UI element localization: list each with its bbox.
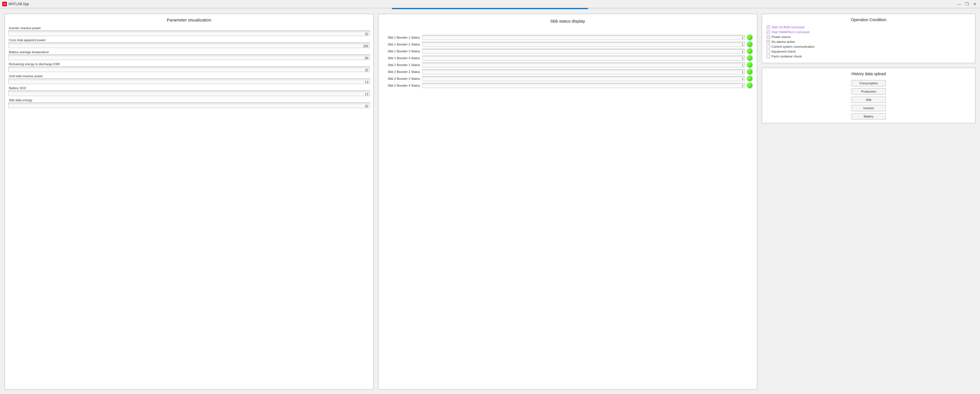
- param-value-5: 13: [9, 92, 370, 96]
- param-value-4: 13: [9, 80, 370, 84]
- sbb-indicator-3: [747, 56, 752, 61]
- param-label-4: Grid total reactive power: [8, 74, 370, 78]
- close-button[interactable]: ✕: [972, 1, 978, 7]
- right-column: Operation Condition Start SCADA command …: [762, 14, 975, 389]
- param-value-2: 89: [9, 56, 370, 60]
- sbb-row-value-6: 1: [423, 77, 745, 81]
- sbb-row-value-4: 1: [423, 64, 745, 67]
- param-group-5: Battery SOC 13: [8, 86, 370, 96]
- sbb-row-field-2: 1: [422, 49, 745, 54]
- history-btn-sbb[interactable]: Sbb: [851, 97, 886, 103]
- param-field-5: 13: [8, 90, 370, 96]
- sbb-row-label-2: Sbb 1 Booster 3 Status: [383, 49, 420, 53]
- sbb-indicator-1: [747, 42, 752, 47]
- sbb-row-label-5: Sbb 2 Booster 2 Status: [383, 70, 420, 73]
- op-item-6: Parts container check: [767, 54, 970, 58]
- param-label-0: Inverter reactive power: [8, 26, 370, 30]
- param-field-2: 89: [8, 54, 370, 60]
- sbb-row-value-7: 1: [423, 84, 745, 88]
- sbb-row-field-3: 1: [422, 56, 745, 61]
- sbb-indicator-4: [747, 62, 752, 67]
- sbb-row-value-2: 1: [423, 50, 745, 53]
- history-btn-battery[interactable]: Battery: [851, 113, 886, 120]
- sbb-row-label-1: Sbb 1 Booster 2 Status: [383, 43, 420, 46]
- param-field-bar-6: [9, 103, 370, 104]
- sbb-row-value-5: 1: [423, 70, 745, 74]
- param-group-2: Battery average temperature 89: [8, 50, 370, 60]
- sbb-panel-title: Sbb status display: [383, 19, 752, 24]
- operation-panel: Operation Condition Start SCADA command …: [762, 14, 975, 63]
- sbb-row-label-4: Sbb 2 Booster 1 Status: [383, 63, 420, 67]
- param-group-1: Cons total apparent power 256: [8, 38, 370, 48]
- op-label-5: Equipment check: [772, 50, 795, 53]
- param-field-3: 32: [8, 66, 370, 72]
- param-field-0: 32: [8, 30, 370, 36]
- sbb-row-field-7: 1: [422, 83, 745, 88]
- loading-bar-container: [0, 8, 980, 9]
- sbb-row-field-4: 1: [422, 62, 745, 67]
- param-group-6: Sbb daily energy 32: [8, 98, 370, 108]
- sbb-row-label-0: Sbb 1 Booster 1 Status: [383, 36, 420, 39]
- op-checkbox-5[interactable]: [767, 50, 770, 53]
- sbb-row-value-0: 1: [423, 36, 745, 40]
- op-checkbox-6[interactable]: [767, 54, 770, 58]
- op-item-0: Start SCADA command: [767, 26, 970, 29]
- param-label-1: Cons total apparent power: [8, 38, 370, 42]
- titlebar-controls: — ❐ ✕: [956, 1, 978, 7]
- history-btn-invertor[interactable]: Invertor: [851, 105, 886, 111]
- sbb-indicator-2: [747, 49, 752, 54]
- op-checkbox-3[interactable]: [767, 40, 770, 43]
- param-value-6: 32: [9, 104, 370, 108]
- param-field-bar-4: [9, 79, 370, 80]
- op-label-3: No alarms active: [772, 40, 795, 43]
- operation-items: Start SCADA command Start SMARTech comma…: [767, 26, 970, 58]
- sbb-row-6: Sbb 2 Booster 3 Status 1: [383, 76, 752, 81]
- op-item-1: Start SMARTech command: [767, 30, 970, 34]
- sbb-row-value-1: 1: [423, 43, 745, 46]
- sbb-row-label-3: Sbb 1 Booster 4 Status: [383, 56, 420, 60]
- param-field-bar-2: [9, 54, 370, 56]
- sbb-row-field-6: 1: [422, 76, 745, 81]
- matlab-icon: M: [2, 2, 7, 6]
- op-label-4: Control system communication: [772, 45, 815, 48]
- op-checkbox-2[interactable]: [767, 35, 770, 38]
- sbb-row-field-1: 1: [422, 42, 745, 47]
- op-checkbox-1[interactable]: [767, 30, 770, 34]
- restore-button[interactable]: ❐: [964, 1, 970, 7]
- titlebar-title: MATLAB App: [9, 2, 29, 6]
- op-checkbox-0[interactable]: [767, 26, 770, 29]
- param-field-6: 32: [8, 102, 370, 108]
- param-value-0: 32: [9, 32, 370, 36]
- op-label-1: Start SMARTech command: [772, 30, 809, 34]
- minimize-button[interactable]: —: [956, 1, 962, 7]
- param-label-5: Battery SOC: [8, 86, 370, 90]
- operation-panel-title: Operation Condition: [767, 18, 970, 22]
- param-label-2: Battery average temperature: [8, 50, 370, 54]
- sbb-indicator-6: [747, 76, 752, 81]
- parameter-panel-title: Parameter visualization: [8, 18, 370, 22]
- param-field-bar-3: [9, 67, 370, 67]
- sbb-row-0: Sbb 1 Booster 1 Status 1: [383, 35, 752, 40]
- sbb-row-label-7: Sbb 2 Booster 4 Status: [383, 84, 420, 87]
- history-btn-production[interactable]: Production: [851, 88, 886, 95]
- param-field-4: 13: [8, 78, 370, 84]
- op-item-4: Control system communication: [767, 45, 970, 48]
- op-label-0: Start SCADA command: [772, 26, 804, 29]
- sbb-rows: Sbb 1 Booster 1 Status 1 Sbb 1 Booster 2…: [383, 35, 752, 88]
- sbb-row-4: Sbb 2 Booster 1 Status 1: [383, 62, 752, 67]
- sbb-row-label-6: Sbb 2 Booster 3 Status: [383, 77, 420, 80]
- op-label-6: Parts container check: [772, 54, 802, 58]
- sbb-row-1: Sbb 1 Booster 2 Status 1: [383, 42, 752, 47]
- sbb-row-7: Sbb 2 Booster 4 Status 1: [383, 83, 752, 88]
- main-content: Parameter visualization Inverter reactiv…: [0, 9, 980, 394]
- param-field-bar-0: [9, 30, 370, 32]
- op-checkbox-4[interactable]: [767, 45, 770, 48]
- op-item-2: Power source: [767, 35, 970, 38]
- param-value-3: 32: [9, 68, 370, 72]
- history-btn-consumption[interactable]: Consumption: [851, 80, 886, 86]
- sbb-panel: Sbb status display Sbb 1 Booster 1 Statu…: [378, 14, 757, 389]
- param-group-0: Inverter reactive power 32: [8, 26, 370, 36]
- titlebar: M MATLAB App — ❐ ✕: [0, 0, 980, 8]
- titlebar-left: M MATLAB App: [2, 2, 29, 6]
- history-panel: History data upload ConsumptionProductio…: [762, 68, 975, 123]
